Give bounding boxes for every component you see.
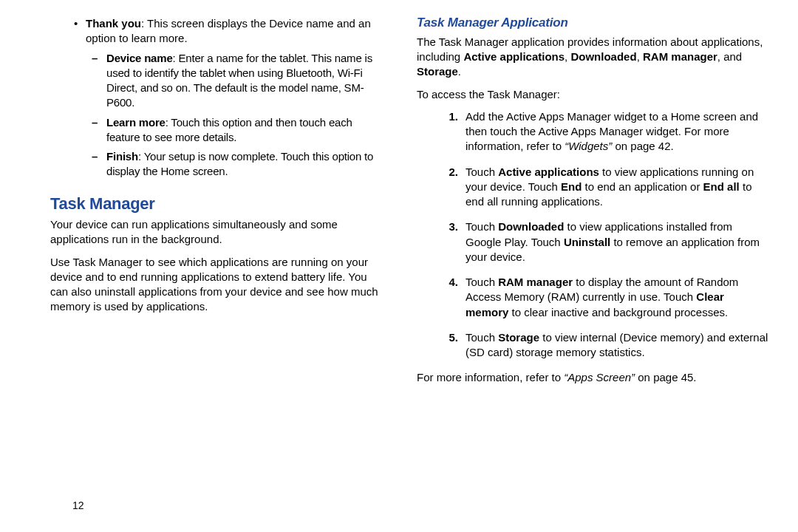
n2-text-pre: Touch	[466, 166, 498, 178]
finish-text: : Your setup is now complete. Touch this…	[106, 150, 373, 177]
n1-text-post: on page 42.	[612, 140, 673, 152]
access-line: To access the Task Manager:	[417, 87, 768, 102]
thank-you-bullet: • Thank you: This screen displays the De…	[30, 16, 381, 47]
n2-bold-active: Active applications	[498, 166, 599, 178]
list-number: 5.	[436, 330, 466, 361]
intro-sep4: .	[458, 65, 461, 78]
task-manager-para1: Your device can run applications simulta…	[50, 217, 381, 248]
n5-bold-storage: Storage	[498, 331, 539, 344]
list-item-2: 2. Touch Active applications to view app…	[436, 165, 768, 210]
right-column: Task Manager Application The Task Manage…	[399, 15, 768, 525]
dash-icon: –	[92, 149, 106, 180]
subsection-heading-task-manager-application: Task Manager Application	[417, 15, 768, 32]
n3-bold-downloaded: Downloaded	[498, 220, 564, 233]
tm-app-intro: The Task Manager application provides in…	[417, 35, 768, 80]
footer-reference: For more information, refer to “Apps Scr…	[417, 370, 768, 385]
n5-pre: Touch	[466, 331, 498, 344]
n2-bold-end: End	[561, 180, 582, 193]
list-number: 4.	[436, 275, 466, 320]
list-item-5: 5. Touch Storage to view internal (Devic…	[436, 330, 768, 361]
finish-item: – Finish: Your setup is now complete. To…	[30, 149, 381, 180]
intro-sep3: , and	[717, 50, 742, 63]
numbered-list: 1. Add the Active Apps Manager widget to…	[436, 109, 768, 361]
section-heading-task-manager: Task Manager	[50, 193, 381, 215]
thank-you-label: Thank you	[86, 17, 141, 30]
intro-sep2: ,	[637, 50, 643, 63]
n2-bold-endall: End all	[703, 180, 740, 193]
list-item-1: 1. Add the Active Apps Manager widget to…	[436, 109, 768, 154]
footer-pre: For more information, refer to	[417, 371, 564, 383]
task-manager-para2: Use Task Manager to see which applicatio…	[50, 255, 381, 315]
intro-bold-ram: RAM manager	[643, 50, 717, 63]
device-name-label: Device name	[106, 52, 173, 64]
n4-pre: Touch	[466, 276, 498, 288]
n1-italic-widgets: “Widgets”	[565, 140, 612, 152]
page-container: • Thank you: This screen displays the De…	[0, 0, 798, 532]
list-number: 2.	[436, 165, 466, 210]
learn-more-label: Learn more	[106, 116, 166, 129]
list-number: 1.	[436, 109, 466, 154]
intro-bold-active: Active applications	[463, 50, 565, 63]
learn-more-item: – Learn more: Touch this option and then…	[30, 115, 381, 146]
page-number: 12	[72, 499, 84, 511]
list-item-4: 4. Touch RAM manager to display the amou…	[436, 275, 768, 320]
intro-bold-storage: Storage	[417, 65, 458, 78]
bullet-icon: •	[74, 16, 86, 47]
footer-italic-apps-screen: “Apps Screen”	[564, 371, 635, 383]
device-name-item: – Device name: Enter a name for the tabl…	[30, 51, 381, 111]
finish-label: Finish	[106, 150, 138, 163]
n3-bold-uninstall: Uninstall	[564, 236, 610, 248]
n3-pre: Touch	[466, 220, 498, 233]
n4-post: to clear inactive and background process…	[508, 306, 728, 318]
list-number: 3.	[436, 219, 466, 265]
n2-mid2: to end an application or	[582, 180, 703, 193]
footer-post: on page 45.	[635, 371, 696, 383]
dash-icon: –	[92, 115, 106, 146]
left-column: • Thank you: This screen displays the De…	[30, 15, 399, 525]
n4-bold-ram: RAM manager	[498, 276, 573, 288]
dash-icon: –	[92, 51, 106, 111]
list-item-3: 3. Touch Downloaded to view applications…	[436, 219, 768, 265]
intro-bold-downloaded: Downloaded	[570, 50, 636, 63]
